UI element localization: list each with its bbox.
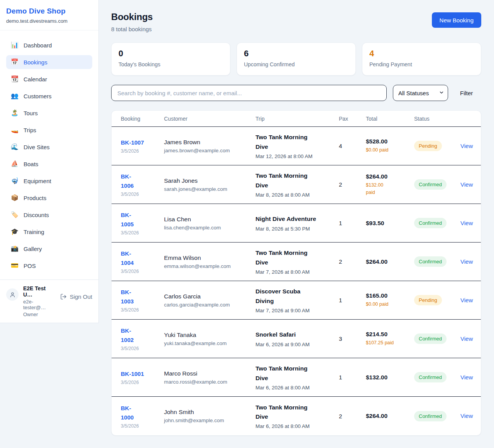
sidebar-item-trips[interactable]: 🚤 Trips	[6, 123, 92, 137]
sidebar-item-customers[interactable]: 👥 Customers	[6, 89, 92, 103]
total-amount: $264.00	[366, 258, 410, 265]
page-header: Bookings 8 total bookings New Booking	[111, 12, 481, 32]
sidebar-item-bookings[interactable]: 📅 Bookings	[6, 55, 92, 69]
view-cell: View	[460, 258, 477, 265]
sidebar-item-equipment[interactable]: 🤿 Equipment	[6, 174, 92, 188]
trip-date: Mar 8, 2026 at 8:00 AM	[255, 192, 335, 198]
total-amount: $165.00	[366, 292, 410, 299]
trip-title: Night Dive Adventure	[255, 214, 335, 224]
trip-title: Two Tank Morning Dive	[255, 403, 335, 421]
stat-label: Upcoming Confirmed	[244, 61, 349, 67]
wave-icon: 🌊	[11, 144, 19, 150]
trip-cell: Snorkel Safari Mar 6, 2026 at 9:00 AM	[255, 330, 339, 347]
booking-cell: BK- 1005 3/5/2026	[121, 211, 164, 236]
sign-out-button[interactable]: Sign Out	[60, 293, 92, 300]
sidebar-item-gallery[interactable]: 📸 Gallery	[6, 242, 92, 256]
column-header-status: Status	[414, 116, 460, 122]
view-link[interactable]: View	[460, 374, 473, 381]
customer-cell: Sarah Jones sarah.jones@example.com	[164, 177, 255, 192]
booking-id-link[interactable]: BK- 1004	[121, 249, 160, 268]
trip-cell: Night Dive Adventure Mar 8, 2026 at 5:30…	[255, 214, 339, 231]
filter-button[interactable]: Filter	[460, 90, 473, 96]
trip-cell: Two Tank Morning Dive Mar 12, 2026 at 8:…	[255, 133, 339, 159]
booking-cell: BK- 1000 3/5/2026	[121, 404, 164, 429]
booking-id-link[interactable]: BK- 1000	[121, 404, 160, 422]
table-row: BK- 1006 3/5/2026 Sarah Jones sarah.jone…	[112, 165, 481, 204]
booking-cell: BK- 1002 3/5/2026	[121, 326, 164, 351]
trip-date: Mar 6, 2026 at 8:00 AM	[255, 385, 335, 391]
total-amount: $214.50	[366, 331, 410, 338]
booking-id-link[interactable]: BK- 1006	[121, 172, 160, 190]
sidebar-item-dive-sites[interactable]: 🌊 Dive Sites	[6, 140, 92, 154]
status-filter-select[interactable]: All Statuses	[393, 85, 448, 101]
total-cell: $528.00 $0.00 paid	[366, 138, 414, 153]
pax-cell: 1	[339, 374, 366, 381]
status-badge: Confirmed	[414, 372, 447, 382]
trip-title: Two Tank Morning Dive	[255, 364, 335, 382]
stats-cards: 0 Today's Bookings 6 Upcoming Confirmed …	[111, 42, 481, 76]
trip-title: Discover Scuba Diving	[255, 287, 335, 305]
table-row: BK- 1004 3/5/2026 Emma Wilson emma.wilso…	[112, 243, 481, 281]
trip-cell: Two Tank Morning Dive Mar 6, 2026 at 8:0…	[255, 364, 339, 390]
sidebar-item-boats[interactable]: ⛵ Boats	[6, 157, 92, 171]
status-cell: Confirmed	[414, 218, 460, 228]
shop-title: Demo Dive Shop	[6, 7, 92, 15]
booking-date: 3/5/2026	[121, 346, 160, 351]
table-row: BK- 1000 3/5/2026 John Smith john.smith@…	[112, 397, 481, 435]
customer-email: lisa.chen@example.com	[164, 225, 252, 231]
view-link[interactable]: View	[460, 297, 473, 303]
sidebar-item-training[interactable]: 🎓 Training	[6, 225, 92, 239]
sidebar-header: Demo Dive Shop demo.test.divestreams.com	[0, 0, 98, 30]
sidebar-item-pos[interactable]: 💳 POS	[6, 259, 92, 273]
customer-name: John Smith	[164, 409, 252, 416]
column-header-trip: Trip	[255, 116, 339, 122]
status-badge: Pending	[414, 141, 442, 151]
view-link[interactable]: View	[460, 220, 473, 226]
view-link[interactable]: View	[460, 335, 473, 342]
booking-cell: BK- 1003 3/5/2026	[121, 288, 164, 313]
trip-title: Two Tank Morning Dive	[255, 171, 335, 190]
package-icon: 📦	[11, 195, 19, 201]
stat-card: 0 Today's Bookings	[111, 42, 230, 76]
status-cell: Pending	[414, 141, 460, 151]
tear-off-calendar-icon: 📆	[11, 76, 19, 82]
view-link[interactable]: View	[460, 258, 473, 265]
status-cell: Pending	[414, 295, 460, 305]
booking-id-link[interactable]: BK-1007	[121, 138, 160, 147]
trip-cell: Two Tank Morning Dive Mar 7, 2026 at 8:0…	[255, 248, 339, 275]
search-input[interactable]	[111, 85, 387, 101]
booking-id-link[interactable]: BK- 1005	[121, 211, 160, 229]
status-cell: Confirmed	[414, 372, 460, 382]
sidebar-item-products[interactable]: 📦 Products	[6, 191, 92, 205]
booking-id-link[interactable]: BK- 1003	[121, 288, 160, 306]
sidebar-item-calendar[interactable]: 📆 Calendar	[6, 72, 92, 86]
stat-value: 0	[118, 49, 223, 59]
customer-name: Emma Wilson	[164, 254, 252, 261]
logout-icon	[60, 293, 67, 300]
customer-cell: Emma Wilson emma.wilson@example.com	[164, 254, 255, 269]
table-row: BK- 1003 3/5/2026 Carlos Garcia carlos.g…	[112, 281, 481, 320]
pax-cell: 2	[339, 181, 366, 188]
table-row: BK-1007 3/5/2026 James Brown james.brown…	[112, 127, 481, 165]
people-icon: 👥	[11, 93, 19, 99]
booking-cell: BK-1007 3/5/2026	[121, 138, 164, 154]
booking-id-link[interactable]: BK- 1002	[121, 326, 160, 345]
view-link[interactable]: View	[460, 413, 473, 419]
page-title: Bookings	[111, 12, 153, 22]
view-cell: View	[460, 297, 477, 304]
island-icon: 🏝️	[11, 110, 19, 116]
sidebar-item-tours[interactable]: 🏝️ Tours	[6, 106, 92, 120]
status-badge: Pending	[414, 295, 442, 305]
booking-id-link[interactable]: BK-1001	[121, 369, 160, 379]
booking-date: 3/5/2026	[121, 148, 160, 154]
person-icon	[9, 291, 16, 298]
view-link[interactable]: View	[460, 143, 473, 149]
table-row: BK-1001 3/5/2026 Marco Rossi marco.rossi…	[112, 358, 481, 397]
paid-amount: $0.00 paid	[366, 301, 410, 308]
sidebar-item-dashboard[interactable]: 📊 Dashboard	[6, 38, 92, 52]
view-link[interactable]: View	[460, 181, 473, 188]
sidebar-item-discounts[interactable]: 🏷️ Discounts	[6, 208, 92, 222]
trip-date: Mar 6, 2026 at 8:00 AM	[255, 423, 335, 429]
booking-cell: BK- 1006 3/5/2026	[121, 172, 164, 197]
new-booking-button[interactable]: New Booking	[432, 12, 481, 28]
